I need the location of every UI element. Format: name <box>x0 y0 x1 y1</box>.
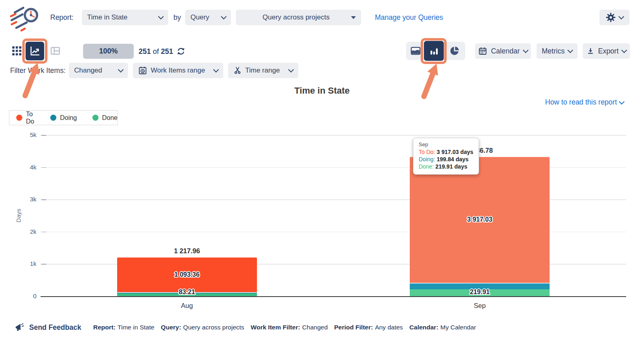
metrics-button[interactable]: Metrics <box>537 43 578 59</box>
count-current: 251 <box>139 47 151 56</box>
tooltip-row: Doing:199.84 days <box>419 156 473 163</box>
export-button[interactable]: Export <box>583 43 630 59</box>
metrics-button-label: Metrics <box>542 47 565 56</box>
legend-label-done: Done <box>102 114 118 122</box>
tooltip-series-name: Doing: <box>419 156 435 162</box>
y-tick-label: 1k <box>21 260 36 267</box>
grid-view-button[interactable] <box>11 45 22 56</box>
chevron-down-icon <box>567 47 573 53</box>
plot-area: 01k2k3k4k5kAug83.211 093.361 217.96Sep21… <box>41 135 626 296</box>
data-label-done-aug: 83.21 <box>117 288 257 296</box>
chevron-down-icon <box>118 67 124 73</box>
y-tick-label: 5k <box>21 131 36 139</box>
axis-tick <box>41 232 46 233</box>
tooltip-series-name: To Do: <box>419 149 435 155</box>
count-total: 251 <box>161 47 173 56</box>
send-feedback-button[interactable]: Send Feedback <box>15 322 81 333</box>
summary-work-item-filter: Work Item Filter:Changed <box>251 324 328 331</box>
grid-view-icon <box>11 45 22 56</box>
total-label-aug: 1 217.96 <box>117 247 257 255</box>
chevron-down-icon <box>158 14 164 19</box>
pie-chart-icon <box>449 45 460 56</box>
tooltip-series-value: 219.91 days <box>435 163 467 170</box>
manage-queries-link[interactable]: Manage your Queries <box>375 13 443 22</box>
work-item-filter-dropdown[interactable]: Changed <box>69 63 128 78</box>
table-view-button[interactable] <box>50 45 61 56</box>
zoom-level-value: 100% <box>99 47 118 56</box>
work-item-filter-value: Changed <box>74 66 102 75</box>
triangle-down-icon <box>351 16 356 19</box>
legend-item-doing[interactable]: Doing <box>50 114 77 122</box>
y-tick-label: 3k <box>21 196 36 203</box>
calendar-icon <box>478 47 487 56</box>
calendar-button[interactable]: Calendar <box>475 43 531 59</box>
tooltip-series-value: 199.84 days <box>436 156 469 162</box>
group-by-dropdown[interactable]: Query <box>185 10 231 25</box>
query-dropdown-value: Query across projects <box>241 13 351 21</box>
how-to-read-label: How to read this report <box>545 98 617 107</box>
refresh-button[interactable] <box>176 47 186 56</box>
zoom-level-button[interactable]: 100% <box>83 44 134 59</box>
summary-period-filter: Period Filter:Any dates <box>334 324 403 331</box>
time-range-dropdown[interactable]: Time range <box>228 63 298 78</box>
chart-view-button[interactable] <box>26 42 44 60</box>
gear-icon <box>606 13 616 22</box>
calendar-button-label: Calendar <box>491 47 520 56</box>
legend-dot-doing <box>50 115 56 121</box>
bar-chart-button[interactable] <box>424 41 444 61</box>
chevron-down-icon <box>213 67 219 73</box>
tooltip-title: Sep <box>419 141 473 147</box>
y-axis-label: Days <box>15 203 23 228</box>
settings-button[interactable] <box>599 10 629 25</box>
work-items-count: 251 of 251 <box>139 47 173 56</box>
megaphone-icon <box>15 322 25 333</box>
data-label-to-do-sep: 3 917.03 <box>410 216 550 224</box>
bar-aug[interactable]: 83.211 093.361 217.96 <box>117 135 257 296</box>
by-label: by <box>173 13 181 22</box>
how-to-read-link[interactable]: How to read this report <box>545 98 624 107</box>
time-in-status-app: Report: Time in State by Query Query acr… <box>0 0 644 344</box>
count-of-label: of <box>153 47 159 56</box>
legend-label-doing: Doing <box>60 114 77 122</box>
legend-dot-done <box>92 115 98 121</box>
scissors-icon <box>233 66 242 75</box>
chart-tooltip: Sep To Do:3 917.03 days Doing:199.84 day… <box>413 138 479 175</box>
report-dropdown-value: Time in State <box>87 13 128 21</box>
chart-title: Time in State <box>0 85 644 96</box>
x-category-label-sep: Sep <box>464 302 496 310</box>
work-items-range-dropdown[interactable]: Work Items range <box>133 63 223 78</box>
legend-item-done[interactable]: Done <box>92 114 118 122</box>
tooltip-series-name: Done: <box>419 163 434 170</box>
y-tick-label: 0 <box>21 293 36 300</box>
legend-label-todo: To Do <box>26 111 35 125</box>
chevron-down-icon <box>288 67 294 73</box>
legend-dot-todo <box>16 115 22 121</box>
refresh-icon <box>176 47 186 56</box>
report-summary: Report:Time in State Query:Query across … <box>93 324 476 331</box>
query-dropdown[interactable]: Query across projects <box>236 10 361 25</box>
chevron-down-icon <box>618 14 624 19</box>
gridline <box>41 296 626 297</box>
summary-report: Report:Time in State <box>93 324 154 331</box>
data-label-done-sep: 219.91 <box>410 288 550 296</box>
report-label: Report: <box>50 13 73 22</box>
report-dropdown[interactable]: Time in State <box>82 10 168 25</box>
chevron-down-icon <box>522 47 528 53</box>
legend-item-todo[interactable]: To Do <box>16 111 35 125</box>
area-chart-button[interactable] <box>410 45 421 56</box>
chevron-down-icon <box>619 98 625 104</box>
table-view-icon <box>50 45 61 56</box>
group-by-value: Query <box>190 13 209 21</box>
data-label-to-do-aug: 1 093.36 <box>117 271 257 279</box>
pie-chart-button[interactable] <box>449 45 460 56</box>
time-range-label: Time range <box>245 66 280 75</box>
export-button-label: Export <box>598 47 619 56</box>
line-chart-view-icon <box>29 45 41 57</box>
filter-work-items-label: Filter Work Items: <box>10 66 66 75</box>
work-items-range-label: Work Items range <box>151 66 205 75</box>
area-chart-icon <box>410 45 421 56</box>
axis-tick <box>41 167 46 168</box>
export-icon <box>586 47 595 55</box>
axis-tick <box>41 264 46 265</box>
speed-clock-logo <box>8 2 44 33</box>
